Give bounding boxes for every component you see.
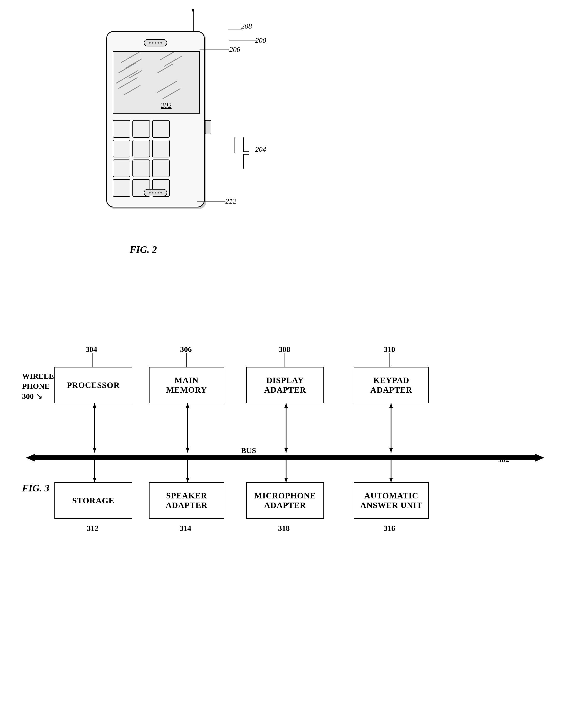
svg-marker-36 (389, 455, 393, 460)
brace-204 (241, 137, 256, 168)
conn-memory (185, 403, 190, 455)
key-6 (152, 140, 170, 157)
speaker-dot (155, 192, 156, 193)
svg-marker-24 (389, 448, 393, 452)
ref-308-label: 308 (279, 345, 290, 354)
svg-marker-12 (93, 448, 96, 452)
key-4 (113, 140, 130, 157)
key-2 (133, 120, 150, 138)
processor-block: PROCESSOR (54, 367, 132, 403)
leader-200 (229, 36, 258, 44)
svg-marker-19 (284, 403, 288, 408)
svg-marker-33 (284, 455, 288, 460)
auto-answer-block: AUTOMATICANSWER UNIT (354, 482, 429, 519)
speaker-dot (152, 42, 153, 44)
speaker-dot (161, 192, 162, 193)
ref-212-label: 212 (225, 197, 236, 205)
speaker-dot (158, 192, 159, 193)
speaker-dot (152, 192, 153, 193)
key-8 (133, 159, 150, 177)
svg-marker-20 (284, 448, 288, 452)
conn-processor (92, 403, 97, 455)
conn-auto-answer (389, 455, 394, 484)
fig3-caption: FIG. 3 (22, 482, 50, 494)
microphone-adapter-block: MICROPHONEADAPTER (246, 482, 324, 519)
leader-304 (92, 353, 93, 368)
speaker-dot (149, 42, 150, 44)
key-1 (113, 120, 130, 138)
ref-316-label: 316 (384, 524, 395, 533)
svg-marker-30 (186, 455, 190, 460)
key-7 (113, 159, 130, 177)
svg-marker-27 (93, 455, 96, 460)
conn-mic (283, 455, 289, 484)
speaker-dot (149, 192, 150, 193)
ref-314-label: 314 (179, 524, 191, 533)
ref-206-label: 206 (229, 45, 240, 54)
svg-marker-23 (389, 403, 393, 408)
speaker-adapter-block: SPEAKERADAPTER (149, 482, 224, 519)
leader-306 (186, 353, 187, 368)
svg-marker-31 (186, 478, 190, 482)
storage-block: STORAGE (54, 482, 132, 519)
svg-marker-37 (389, 478, 393, 482)
leader-308 (284, 353, 285, 368)
phone-body (106, 31, 205, 207)
leader-206 (199, 47, 231, 52)
side-btn-1 (205, 120, 211, 134)
ref-318-label: 318 (278, 524, 290, 533)
leader-302 (484, 452, 500, 460)
conn-speaker (185, 455, 190, 484)
svg-marker-11 (93, 403, 96, 408)
side-buttons (205, 120, 211, 134)
antenna-ball (192, 9, 194, 12)
conn-display (283, 403, 289, 455)
keypad-adapter-block: KEYPADADAPTER (354, 367, 429, 403)
main-memory-block: MAINMEMORY (149, 367, 224, 403)
conn-keypad (389, 403, 394, 455)
keypad-area (113, 120, 185, 197)
speaker-bottom (144, 189, 167, 196)
ref-312-label: 312 (87, 524, 99, 533)
svg-marker-15 (186, 403, 190, 408)
leader-212 (197, 199, 227, 204)
svg-marker-16 (186, 448, 190, 452)
display-adapter-block: DISPLAYADAPTER (246, 367, 324, 403)
svg-marker-34 (284, 478, 288, 482)
fig2-caption: FIG. 2 (130, 244, 157, 255)
ref-306-label: 306 (180, 345, 192, 354)
speaker-top (144, 39, 167, 46)
leader-208 (228, 26, 244, 34)
key-3 (152, 120, 170, 138)
speaker-dot (161, 42, 162, 44)
speaker-dot (158, 42, 159, 44)
svg-marker-7 (26, 454, 35, 462)
ref-202-label: 202 (161, 101, 172, 109)
bus-label: BUS (241, 446, 256, 455)
svg-marker-28 (93, 478, 96, 482)
ref-310-label: 310 (384, 345, 395, 354)
key-5 (133, 140, 150, 157)
speaker-dot (155, 42, 156, 44)
conn-storage (92, 455, 97, 484)
antenna (193, 11, 194, 32)
ref-304-label: 304 (85, 345, 97, 354)
key-9 (152, 159, 170, 177)
leader-310 (390, 353, 390, 368)
phone-screen (113, 51, 200, 113)
svg-marker-8 (535, 454, 544, 462)
key-star (113, 179, 130, 197)
